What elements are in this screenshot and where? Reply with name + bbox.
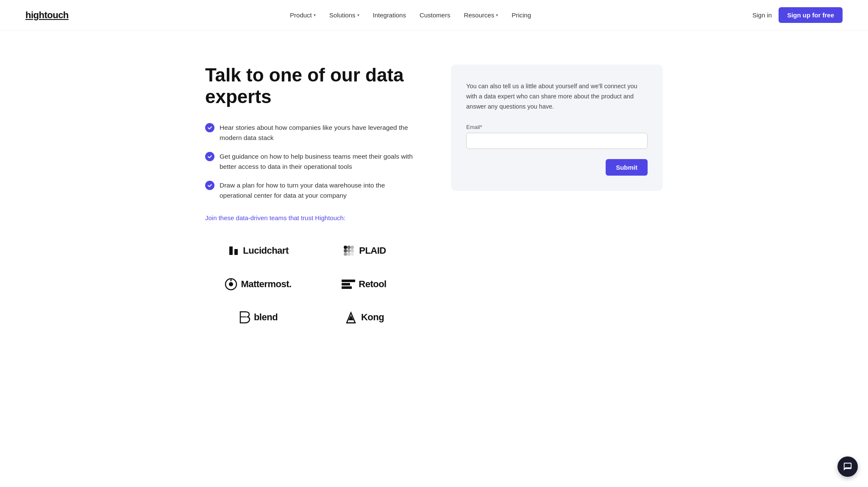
logo-lucidchart: Lucidchart <box>205 234 311 268</box>
svg-rect-1 <box>234 249 238 255</box>
nav-links: Product ▾ Solutions ▾ Integrations Custo… <box>290 11 531 19</box>
logo-retool: Retool <box>311 268 417 301</box>
svg-point-10 <box>351 252 354 256</box>
svg-point-12 <box>229 282 233 286</box>
svg-point-6 <box>347 249 351 252</box>
svg-point-7 <box>351 249 354 252</box>
chevron-down-icon: ▾ <box>314 13 316 17</box>
submit-button[interactable]: Submit <box>606 159 648 176</box>
nav-product[interactable]: Product ▾ <box>290 11 316 19</box>
logo-blend: blend <box>205 301 311 334</box>
nav-integrations[interactable]: Integrations <box>373 11 406 19</box>
chevron-down-icon: ▾ <box>496 13 498 17</box>
nav-customers[interactable]: Customers <box>420 11 451 19</box>
checklist: Hear stories about how companies like yo… <box>205 123 417 201</box>
svg-point-9 <box>347 252 351 256</box>
svg-rect-15 <box>342 283 350 285</box>
mattermost-icon <box>225 278 237 291</box>
email-form-group: Email* <box>466 124 648 149</box>
logo[interactable]: hightouch <box>25 10 69 21</box>
check-icon-1 <box>205 123 214 132</box>
lucidchart-icon <box>228 245 239 257</box>
checklist-item-2: Get guidance on how to help business tea… <box>205 151 417 172</box>
retool-icon <box>342 280 355 289</box>
trust-link[interactable]: Join these data-driven teams that trust … <box>205 214 345 221</box>
svg-point-5 <box>344 249 347 252</box>
svg-rect-14 <box>342 280 355 282</box>
email-label: Email* <box>466 124 648 130</box>
chevron-down-icon: ▾ <box>357 13 359 17</box>
logo-mattermost: Mattermost. <box>205 268 311 301</box>
form-card: You can also tell us a little about your… <box>451 64 663 191</box>
blend-icon <box>239 311 250 324</box>
sign-in-button[interactable]: Sign in <box>752 11 772 19</box>
nav-solutions[interactable]: Solutions ▾ <box>329 11 359 19</box>
svg-rect-0 <box>229 246 233 255</box>
email-input[interactable] <box>466 133 648 149</box>
navigation: hightouch Product ▾ Solutions ▾ Integrat… <box>0 0 868 31</box>
logo-kong: Kong <box>311 301 417 334</box>
logos-grid: Lucidchart <box>205 234 417 334</box>
svg-point-8 <box>344 252 347 256</box>
svg-point-2 <box>344 246 347 249</box>
nav-actions: Sign in Sign up for free <box>752 7 843 23</box>
page-title: Talk to one of our data experts <box>205 64 417 107</box>
plaid-icon <box>342 244 356 257</box>
form-description: You can also tell us a little about your… <box>466 81 648 112</box>
svg-rect-16 <box>342 286 352 289</box>
svg-point-4 <box>351 246 354 249</box>
checklist-item-3: Draw a plan for how to turn your data wa… <box>205 180 417 201</box>
check-icon-3 <box>205 181 214 190</box>
signup-button[interactable]: Sign up for free <box>779 7 843 23</box>
nav-pricing[interactable]: Pricing <box>512 11 531 19</box>
checklist-item-1: Hear stories about how companies like yo… <box>205 123 417 143</box>
kong-icon <box>344 311 358 324</box>
svg-point-3 <box>347 246 351 249</box>
main-content: Talk to one of our data experts Hear sto… <box>180 31 688 359</box>
left-column: Talk to one of our data experts Hear sto… <box>205 64 417 334</box>
check-icon-2 <box>205 152 214 161</box>
nav-resources[interactable]: Resources ▾ <box>464 11 498 19</box>
logo-plaid: PLAID <box>311 234 417 268</box>
form-footer: Submit <box>466 159 648 176</box>
